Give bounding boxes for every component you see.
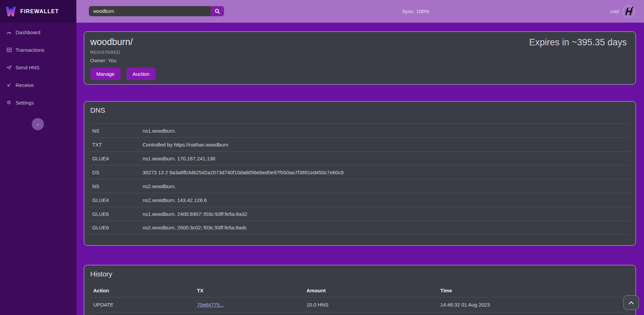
sidebar-item-dashboard[interactable]: Dashboard — [0, 23, 76, 41]
dns-record-value: Controlled by https://nathan.woodburn — [143, 142, 629, 148]
sidebar-item-label: Settings — [16, 100, 34, 106]
dns-record-type: GLUE4 — [92, 156, 143, 161]
history-amount: 10.0 HNS — [306, 302, 440, 308]
dns-record-row: TXT Controlled by https://nathan.woodbur… — [90, 137, 629, 151]
dns-table: NS ns1.woodburn. TXT Controlled by https… — [90, 123, 629, 234]
tx-link[interactable]: 70e64775... — [197, 302, 224, 308]
domain-status: REGISTERED — [90, 50, 629, 55]
send-icon — [6, 65, 12, 70]
wallet-selector[interactable]: cold — [610, 0, 635, 23]
sidebar-item-send-hns[interactable]: Send HNS — [0, 59, 76, 76]
sync-status: Sync: 100% — [402, 0, 429, 23]
sidebar-item-label: Transactions — [16, 47, 44, 53]
dns-record-row: GLUE6 ns2.woodburn. 2600:3c02::f03c:93ff… — [90, 221, 629, 234]
dns-record-value: ns1.woodburn. — [143, 128, 629, 134]
dns-record-type: GLUE6 — [92, 211, 143, 217]
dns-record-value: ns1.woodburn. 2400:8907::f03c:93ff:fe5a:… — [143, 211, 629, 217]
sidebar-item-label: Send HNS — [16, 65, 40, 70]
search-button[interactable] — [210, 6, 224, 16]
firewallet-logo-icon — [5, 6, 17, 17]
expiry-label: Expires in ~395.35 days — [529, 37, 627, 48]
dns-card: DNS NS ns1.woodburn. TXT Controlled by h… — [84, 101, 636, 246]
topbar: Sync: 100% cold — [76, 0, 644, 23]
column-header-tx: TX — [197, 288, 306, 293]
chevron-left-icon: ‹ — [37, 121, 39, 127]
dns-record-type: TXT — [92, 142, 143, 148]
auction-button[interactable]: Auction — [126, 68, 155, 80]
history-card-title: History — [90, 270, 629, 278]
brand-name: FIREWALLET — [20, 8, 59, 15]
column-header-amount: Amount — [306, 288, 440, 293]
scroll-to-top-button[interactable] — [623, 295, 639, 310]
history-row: UPDATE 70e64775... 10.0 HNS 14:46:32 01 … — [90, 297, 629, 312]
dns-record-row: GLUE4 ns2.woodburn. 143.42.128.6 — [90, 193, 629, 207]
history-time: 14:46:32 01 Aug 2023 — [440, 302, 629, 308]
chevron-up-icon — [628, 301, 634, 305]
history-card: History Action TX Amount Time UPDATE 70e… — [84, 265, 636, 315]
receive-icon — [6, 83, 12, 88]
dns-record-type: DS — [92, 170, 143, 175]
gauge-icon — [6, 30, 12, 35]
dns-record-row: NS ns2.woodburn. — [90, 179, 629, 193]
table-icon — [6, 47, 12, 52]
dns-record-row: GLUE4 ns1.woodburn. 170.187.241.138 — [90, 151, 629, 165]
manage-button[interactable]: Manage — [90, 68, 121, 80]
column-header-action: Action — [93, 288, 197, 293]
dns-record-value: ns2.woodburn. 143.42.128.6 — [143, 197, 629, 203]
history-row: RENEW d78e3c4... 10.0 HNS 15:47:06 07 Ju… — [90, 312, 629, 315]
dns-record-row: NS ns1.woodburn. — [90, 123, 629, 137]
domain-owner: Owner: You — [90, 58, 629, 63]
dns-record-row: DS 30273 13 2 9a3a8fb3d625d2a2073d740f10… — [90, 165, 629, 179]
brand-header: FIREWALLET — [0, 0, 76, 23]
sidebar-item-receive[interactable]: Receive — [0, 76, 76, 94]
gear-icon: ⚙ — [6, 99, 12, 106]
dns-record-type: GLUE6 — [92, 225, 143, 230]
domain-card: woodburn/ REGISTERED Owner: You Manage A… — [84, 31, 636, 85]
sidebar-menu: Dashboard Transactions Send HNS — [0, 23, 76, 111]
sidebar-item-transactions[interactable]: Transactions — [0, 41, 76, 59]
dns-card-title: DNS — [90, 106, 629, 114]
sidebar-collapse-button[interactable]: ‹ — [32, 118, 44, 130]
history-header-row: Action TX Amount Time — [90, 284, 629, 297]
sidebar-item-label: Dashboard — [16, 29, 40, 35]
sidebar-item-label: Receive — [16, 82, 34, 88]
sidebar-item-settings[interactable]: ⚙ Settings — [0, 94, 76, 111]
dns-record-type: NS — [92, 183, 143, 189]
dns-record-value: ns2.woodburn. — [143, 183, 629, 189]
domain-actions: Manage Auction — [90, 68, 629, 80]
dns-record-row: GLUE6 ns1.woodburn. 2400:8907::f03c:93ff… — [90, 207, 629, 221]
history-table: Action TX Amount Time UPDATE 70e64775...… — [90, 284, 629, 315]
dns-record-type: NS — [92, 128, 143, 134]
history-action: UPDATE — [93, 302, 197, 308]
column-header-time: Time — [440, 288, 629, 293]
wallet-name: cold — [610, 9, 619, 14]
dns-record-value: ns2.woodburn. 2600:3c02::f03c:93ff:fe5a:… — [143, 225, 629, 230]
search-icon — [215, 8, 220, 14]
handshake-logo-icon — [622, 5, 635, 18]
dns-record-type: GLUE4 — [92, 197, 143, 203]
sidebar: FIREWALLET Dashboard Transactions — [0, 0, 76, 315]
search-input[interactable] — [89, 6, 210, 16]
dns-record-value: ns1.woodburn. 170.187.241.138 — [143, 156, 629, 161]
search-bar — [89, 6, 224, 16]
dns-record-value: 30273 13 2 9a3a8fb3d625d2a2073d740f10da6… — [143, 170, 629, 175]
